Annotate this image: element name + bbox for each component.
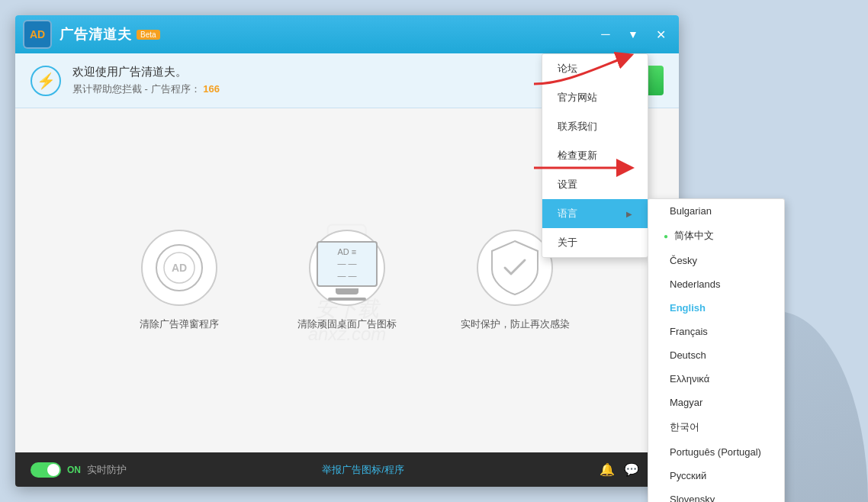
lang-item-portuguese[interactable]: Português (Portugal) <box>648 440 784 464</box>
app-logo: AD <box>23 20 52 49</box>
on-label: ON <box>67 465 81 475</box>
feature-label-popup: 清除广告弹窗程序 <box>140 317 219 331</box>
ad-circle-icon: AD <box>141 230 217 306</box>
title-controls: ─ ▼ ✕ <box>595 24 671 45</box>
menu-button[interactable]: ▼ <box>622 24 644 45</box>
protection-toggle[interactable] <box>31 462 61 478</box>
report-link[interactable]: 举报广告图标/程序 <box>322 464 404 475</box>
lang-item-czech[interactable]: Česky <box>648 249 784 272</box>
feature-label-protection: 实时保护，防止再次感染 <box>461 317 570 331</box>
welcome-subtitle: 累计帮助您拦截 - 广告程序： 166 <box>72 82 603 96</box>
menu-item-about[interactable]: 关于 <box>542 228 648 257</box>
beta-badge: Beta <box>137 30 160 40</box>
minimize-button[interactable]: ─ <box>595 24 616 45</box>
logo-text: AD <box>30 28 45 40</box>
monitor-icon: AD ≡— —— — <box>317 241 378 287</box>
lang-item-russian[interactable]: Русский <box>648 464 784 488</box>
menu-item-update[interactable]: 检查更新 <box>542 141 648 170</box>
language-submenu: Bulgarian 简体中文 Česky Nederlands English <box>648 198 785 502</box>
wechat-icon[interactable]: 💬 <box>624 462 639 477</box>
feature-item-popup: AD 清除广告弹窗程序 <box>118 230 240 331</box>
bell-icon[interactable]: 🔔 <box>600 462 615 477</box>
lightning-icon: ⚡ <box>31 66 61 96</box>
status-bar: ON 实时防护 举报广告图标/程序 🔔 💬 🌐 <box>15 452 679 487</box>
lang-item-french[interactable]: Français <box>648 320 784 343</box>
lang-item-german[interactable]: Deutsch <box>648 343 784 367</box>
welcome-text: 欢迎使用广告清道夫。 累计帮助您拦截 - 广告程序： 166 <box>72 65 603 96</box>
svg-text:AD: AD <box>172 262 187 274</box>
lang-item-hungarian[interactable]: Magyar <box>648 391 784 414</box>
monitor-icon-wrap: AD ≡— —— — <box>309 230 385 306</box>
lang-item-slovak[interactable]: Slovensky <box>648 488 784 502</box>
app-window: AD 广告清道夫 Beta ─ ▼ ✕ 论坛 官方网站 联系我们 <box>15 15 679 487</box>
app-title: 广告清道夫 <box>59 25 132 43</box>
ad-count: 166 <box>203 83 220 95</box>
menu-item-language[interactable]: 语言 ▶ Bulgarian 简体中文 Česky Nederlands <box>542 199 648 228</box>
menu-item-contact[interactable]: 联系我们 <box>542 112 648 141</box>
features-row: AD 清除广告弹窗程序 AD ≡— —— — 清除顽固桌面广告图标 <box>118 230 576 331</box>
menu-item-forum[interactable]: 论坛 <box>542 54 648 83</box>
feature-label-desktop: 清除顽固桌面广告图标 <box>297 317 397 331</box>
lang-item-bulgarian[interactable]: Bulgarian <box>648 199 784 223</box>
submenu-arrow: ▶ <box>626 210 632 218</box>
menu-item-website[interactable]: 官方网站 <box>542 83 648 112</box>
lang-item-korean[interactable]: 한국어 <box>648 414 784 440</box>
lang-item-english[interactable]: English <box>648 296 784 320</box>
title-bar: AD 广告清道夫 Beta ─ ▼ ✕ 论坛 官方网站 联系我们 <box>15 15 679 53</box>
lang-item-chinese[interactable]: 简体中文 <box>648 223 784 249</box>
welcome-title: 欢迎使用广告清道夫。 <box>72 65 603 79</box>
dropdown-menu: 论坛 官方网站 联系我们 检查更新 设置 语言 ▶ Bulgarian <box>542 53 648 258</box>
protection-label: 实时防护 <box>87 463 127 477</box>
status-toggle: ON 实时防护 <box>31 462 127 478</box>
status-center: 举报广告图标/程序 <box>136 462 590 477</box>
close-button[interactable]: ✕ <box>650 24 671 45</box>
lang-item-greek[interactable]: Ελληνικά <box>648 367 784 391</box>
feature-item-desktop: AD ≡— —— — 清除顽固桌面广告图标 <box>286 230 408 331</box>
menu-item-settings[interactable]: 设置 <box>542 170 648 199</box>
lang-item-dutch[interactable]: Nederlands <box>648 272 784 296</box>
